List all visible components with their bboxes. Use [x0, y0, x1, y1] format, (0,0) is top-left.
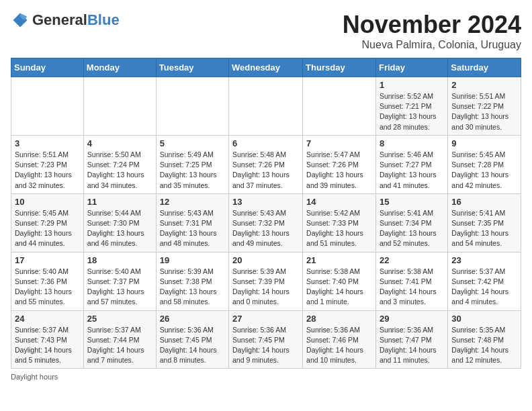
day-number: 15 [380, 197, 444, 207]
day-info: Sunrise: 5:36 AM Sunset: 7:45 PM Dayligh… [160, 325, 225, 366]
logo-icon [11, 11, 30, 30]
calendar-cell: 30Sunrise: 5:35 AM Sunset: 7:48 PM Dayli… [448, 310, 521, 369]
calendar-cell: 22Sunrise: 5:38 AM Sunset: 7:41 PM Dayli… [375, 252, 447, 310]
day-number: 21 [306, 255, 372, 265]
day-number: 18 [87, 255, 152, 265]
calendar-cell: 12Sunrise: 5:43 AM Sunset: 7:31 PM Dayli… [156, 193, 228, 252]
day-number: 26 [160, 314, 225, 324]
calendar-cell: 28Sunrise: 5:36 AM Sunset: 7:46 PM Dayli… [303, 310, 376, 369]
location-text: Nueva Palmira, Colonia, Uruguay [343, 39, 521, 51]
calendar-week-row: 24Sunrise: 5:37 AM Sunset: 7:43 PM Dayli… [11, 310, 521, 369]
logo-general-text: General [32, 13, 87, 28]
calendar-cell [229, 77, 303, 136]
day-number: 16 [451, 197, 517, 207]
calendar-cell: 16Sunrise: 5:41 AM Sunset: 7:35 PM Dayli… [448, 193, 521, 252]
calendar-cell: 9Sunrise: 5:45 AM Sunset: 7:28 PM Daylig… [448, 135, 521, 193]
calendar-cell: 5Sunrise: 5:49 AM Sunset: 7:25 PM Daylig… [156, 135, 228, 193]
day-number: 14 [306, 197, 372, 207]
day-info: Sunrise: 5:38 AM Sunset: 7:41 PM Dayligh… [380, 267, 444, 308]
day-info: Sunrise: 5:45 AM Sunset: 7:28 PM Dayligh… [451, 150, 517, 191]
day-number: 30 [451, 314, 517, 324]
day-number: 22 [380, 255, 444, 265]
calendar-cell: 29Sunrise: 5:36 AM Sunset: 7:47 PM Dayli… [375, 310, 447, 369]
calendar-cell: 14Sunrise: 5:42 AM Sunset: 7:33 PM Dayli… [303, 193, 376, 252]
weekday-header: Thursday [303, 58, 376, 77]
calendar-cell: 6Sunrise: 5:48 AM Sunset: 7:26 PM Daylig… [229, 135, 303, 193]
day-number: 6 [232, 138, 299, 148]
day-number: 24 [15, 314, 80, 324]
day-info: Sunrise: 5:40 AM Sunset: 7:36 PM Dayligh… [15, 267, 80, 308]
weekday-header: Friday [375, 58, 447, 77]
calendar-cell: 4Sunrise: 5:50 AM Sunset: 7:24 PM Daylig… [83, 135, 156, 193]
calendar-cell: 8Sunrise: 5:46 AM Sunset: 7:27 PM Daylig… [375, 135, 447, 193]
calendar-week-row: 17Sunrise: 5:40 AM Sunset: 7:36 PM Dayli… [11, 252, 521, 310]
day-info: Sunrise: 5:36 AM Sunset: 7:46 PM Dayligh… [306, 325, 372, 366]
day-number: 25 [87, 314, 152, 324]
calendar-cell: 1Sunrise: 5:52 AM Sunset: 7:21 PM Daylig… [375, 77, 447, 136]
day-number: 2 [451, 80, 517, 90]
month-title: November 2024 [343, 11, 521, 39]
calendar-cell: 20Sunrise: 5:39 AM Sunset: 7:39 PM Dayli… [229, 252, 303, 310]
logo-blue-text: Blue [87, 13, 120, 28]
day-number: 3 [15, 138, 80, 148]
day-number: 9 [451, 138, 517, 148]
day-info: Sunrise: 5:36 AM Sunset: 7:47 PM Dayligh… [380, 325, 444, 366]
calendar-cell [11, 77, 84, 136]
day-info: Sunrise: 5:40 AM Sunset: 7:37 PM Dayligh… [87, 267, 152, 308]
calendar-cell: 21Sunrise: 5:38 AM Sunset: 7:40 PM Dayli… [303, 252, 376, 310]
page-header: GeneralBlue November 2024 Nueva Palmira,… [11, 11, 521, 51]
day-number: 17 [15, 255, 80, 265]
day-info: Sunrise: 5:42 AM Sunset: 7:33 PM Dayligh… [306, 208, 372, 249]
logo: GeneralBlue [11, 11, 120, 30]
day-number: 27 [232, 314, 299, 324]
calendar-cell: 10Sunrise: 5:45 AM Sunset: 7:29 PM Dayli… [11, 193, 84, 252]
day-number: 4 [87, 138, 152, 148]
calendar-week-row: 3Sunrise: 5:51 AM Sunset: 7:23 PM Daylig… [11, 135, 521, 193]
day-number: 1 [380, 80, 444, 90]
day-info: Sunrise: 5:37 AM Sunset: 7:42 PM Dayligh… [451, 267, 517, 308]
calendar-cell: 13Sunrise: 5:43 AM Sunset: 7:32 PM Dayli… [229, 193, 303, 252]
day-info: Sunrise: 5:51 AM Sunset: 7:23 PM Dayligh… [15, 150, 80, 191]
day-info: Sunrise: 5:48 AM Sunset: 7:26 PM Dayligh… [232, 150, 299, 191]
calendar-week-row: 10Sunrise: 5:45 AM Sunset: 7:29 PM Dayli… [11, 193, 521, 252]
weekday-header: Tuesday [156, 58, 228, 77]
day-info: Sunrise: 5:37 AM Sunset: 7:44 PM Dayligh… [87, 325, 152, 366]
title-block: November 2024 Nueva Palmira, Colonia, Ur… [343, 11, 521, 51]
calendar-cell [83, 77, 156, 136]
day-info: Sunrise: 5:41 AM Sunset: 7:34 PM Dayligh… [380, 208, 444, 249]
calendar-cell: 2Sunrise: 5:51 AM Sunset: 7:22 PM Daylig… [448, 77, 521, 136]
calendar-cell: 18Sunrise: 5:40 AM Sunset: 7:37 PM Dayli… [83, 252, 156, 310]
day-number: 8 [380, 138, 444, 148]
calendar-cell: 23Sunrise: 5:37 AM Sunset: 7:42 PM Dayli… [448, 252, 521, 310]
calendar-header-row: SundayMondayTuesdayWednesdayThursdayFrid… [11, 58, 521, 77]
weekday-header: Sunday [11, 58, 84, 77]
day-number: 7 [306, 138, 372, 148]
day-info: Sunrise: 5:44 AM Sunset: 7:30 PM Dayligh… [87, 208, 152, 249]
weekday-header: Wednesday [229, 58, 303, 77]
day-info: Sunrise: 5:35 AM Sunset: 7:48 PM Dayligh… [451, 325, 517, 366]
day-info: Sunrise: 5:52 AM Sunset: 7:21 PM Dayligh… [380, 91, 444, 132]
day-number: 20 [232, 255, 299, 265]
calendar-cell: 3Sunrise: 5:51 AM Sunset: 7:23 PM Daylig… [11, 135, 84, 193]
day-number: 19 [160, 255, 225, 265]
calendar-cell: 25Sunrise: 5:37 AM Sunset: 7:44 PM Dayli… [83, 310, 156, 369]
footer: Daylight hours [11, 373, 521, 381]
day-info: Sunrise: 5:43 AM Sunset: 7:31 PM Dayligh… [160, 208, 225, 249]
daylight-label: Daylight hours [11, 373, 58, 381]
calendar-cell [156, 77, 228, 136]
day-number: 28 [306, 314, 372, 324]
day-number: 12 [160, 197, 225, 207]
day-number: 23 [451, 255, 517, 265]
day-info: Sunrise: 5:37 AM Sunset: 7:43 PM Dayligh… [15, 325, 80, 366]
calendar-cell [303, 77, 376, 136]
calendar-cell: 27Sunrise: 5:36 AM Sunset: 7:45 PM Dayli… [229, 310, 303, 369]
day-info: Sunrise: 5:45 AM Sunset: 7:29 PM Dayligh… [15, 208, 80, 249]
weekday-header: Monday [83, 58, 156, 77]
day-info: Sunrise: 5:38 AM Sunset: 7:40 PM Dayligh… [306, 267, 372, 308]
calendar-cell: 26Sunrise: 5:36 AM Sunset: 7:45 PM Dayli… [156, 310, 228, 369]
calendar-cell: 11Sunrise: 5:44 AM Sunset: 7:30 PM Dayli… [83, 193, 156, 252]
day-info: Sunrise: 5:43 AM Sunset: 7:32 PM Dayligh… [232, 208, 299, 249]
calendar-cell: 24Sunrise: 5:37 AM Sunset: 7:43 PM Dayli… [11, 310, 84, 369]
day-info: Sunrise: 5:49 AM Sunset: 7:25 PM Dayligh… [160, 150, 225, 191]
day-number: 13 [232, 197, 299, 207]
